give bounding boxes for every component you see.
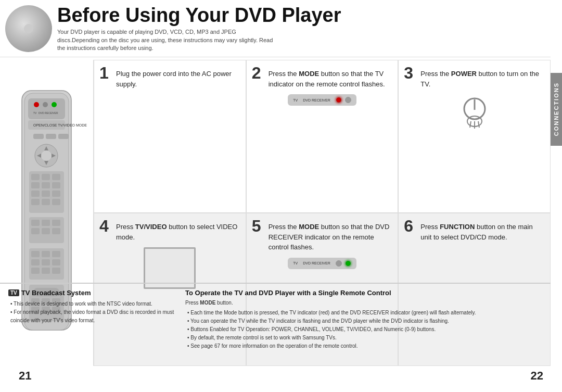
svg-rect-33 — [31, 220, 40, 226]
page-number-left: 21 — [19, 369, 31, 383]
svg-rect-47 — [42, 268, 50, 274]
connections-tab: CONNECTIONS — [551, 73, 562, 146]
svg-rect-42 — [52, 251, 60, 257]
svg-rect-29 — [31, 199, 40, 205]
step-1-text: Plug the power cord into the AC power su… — [116, 69, 238, 89]
press-mode-label: Press MODE button. — [185, 300, 542, 306]
step-5-number: 5 — [252, 218, 261, 234]
tv-broadcast-heading: TV TV Broadcast System — [8, 289, 175, 297]
operate-bullet-1: Each time the Mode button is pressed, th… — [187, 309, 542, 317]
svg-rect-25 — [52, 182, 60, 188]
led-tv-dot — [336, 260, 342, 267]
disc-image — [5, 5, 52, 52]
svg-rect-37 — [42, 228, 50, 234]
svg-rect-45 — [52, 259, 60, 265]
power-button-icon — [456, 94, 493, 131]
led-red-dot — [336, 97, 342, 103]
operate-section: To Operate the TV and DVD Player with a … — [185, 289, 542, 361]
step-2-visual: TV DVD RECEIVER — [254, 94, 391, 106]
svg-rect-12 — [58, 134, 69, 139]
operate-bullet-2: You can operate the TV while the TV indi… — [187, 317, 542, 325]
step-3-visual — [406, 94, 543, 131]
svg-rect-11 — [46, 134, 56, 139]
step-4-text: Press TV/VIDEO button to select VIDEO mo… — [116, 222, 238, 242]
header: Before Using Your DVD Player Your DVD pl… — [0, 0, 551, 57]
svg-rect-31 — [52, 199, 60, 205]
step-3-box: 3 Press the POWER button to turn on the … — [398, 60, 551, 213]
header-text: Before Using Your DVD Player Your DVD pl… — [57, 5, 540, 53]
svg-point-3 — [34, 102, 39, 107]
svg-rect-48 — [52, 268, 60, 274]
svg-rect-28 — [52, 191, 60, 197]
svg-rect-23 — [31, 182, 40, 188]
led-dvd-label-2: DVD RECEIVER — [303, 261, 330, 265]
step-3-text: Press the POWER button to turn on the TV… — [420, 69, 543, 89]
operate-bullet-5: See page 67 for more information on the … — [187, 342, 542, 350]
step-1-number: 1 — [99, 65, 109, 81]
led-tv-label-2: TV — [293, 261, 298, 265]
tv-broadcast-title: TV Broadcast System — [21, 289, 91, 297]
bottom-section: TV TV Broadcast System This device is de… — [0, 283, 551, 366]
tv-badge: TV — [8, 289, 19, 296]
step-2-text: Press the MODE button so that the TV ind… — [269, 69, 391, 89]
step-1-box: 1 Plug the power cord into the AC power … — [94, 60, 246, 213]
svg-rect-40 — [31, 251, 40, 257]
svg-rect-36 — [31, 228, 40, 234]
svg-point-14 — [41, 150, 52, 161]
svg-point-5 — [52, 102, 57, 107]
operate-bullets: Each time the Mode button is pressed, th… — [185, 309, 542, 350]
led-tv-label: TV — [293, 98, 298, 102]
svg-rect-27 — [42, 191, 50, 197]
svg-rect-2 — [28, 98, 65, 119]
operate-bullet-3: Buttons Enabled for TV Operation: POWER,… — [187, 325, 542, 334]
svg-rect-35 — [52, 220, 60, 226]
step-5-text: Press the MODE button so that the DVD RE… — [269, 222, 391, 252]
svg-text:TV: TV — [33, 111, 37, 115]
step-4-number: 4 — [99, 218, 109, 234]
connections-label: CONNECTIONS — [553, 82, 559, 136]
svg-rect-22 — [52, 174, 60, 180]
led-dvd-dot — [345, 260, 351, 267]
svg-rect-41 — [42, 251, 50, 257]
svg-rect-44 — [42, 259, 50, 265]
svg-rect-30 — [42, 199, 50, 205]
tv-broadcast-bullets: This device is designed to work with the… — [8, 300, 175, 325]
operate-heading: To Operate the TV and DVD Player with a … — [185, 289, 542, 297]
svg-rect-43 — [31, 259, 40, 265]
tv-bullet-1: This device is designed to work with the… — [10, 300, 175, 308]
led-green-dot — [345, 97, 351, 103]
step-2-box: 2 Press the MODE button so that the TV i… — [246, 60, 399, 213]
step-6-text: Press FUNCTION button on the main unit t… — [420, 222, 543, 242]
svg-rect-24 — [42, 182, 50, 188]
svg-rect-20 — [31, 174, 40, 180]
page-subtitle: Your DVD player is capable of playing DV… — [57, 28, 276, 52]
led-strip-dvd: TV DVD RECEIVER — [288, 258, 356, 269]
page-number-right: 22 — [531, 369, 543, 383]
svg-rect-10 — [33, 134, 44, 139]
svg-rect-46 — [31, 268, 40, 274]
tv-bullet-2: For normal playback, the video format a … — [10, 308, 175, 325]
svg-line-60 — [470, 121, 471, 128]
step-5-visual: TV DVD RECEIVER — [254, 258, 391, 269]
operate-title: To Operate the TV and DVD Player with a … — [185, 289, 391, 297]
svg-text:DVD RECEIVER: DVD RECEIVER — [39, 111, 58, 115]
svg-line-62 — [478, 121, 479, 128]
svg-rect-34 — [42, 220, 50, 226]
led-dvd-label: DVD RECEIVER — [303, 98, 330, 102]
svg-rect-38 — [52, 228, 60, 234]
tv-broadcast-section: TV TV Broadcast System This device is de… — [8, 289, 175, 361]
led-strip-tv: TV DVD RECEIVER — [288, 94, 356, 106]
step-2-number: 2 — [252, 65, 261, 81]
step-6-number: 6 — [404, 218, 413, 234]
page-title: Before Using Your DVD Player — [57, 5, 540, 27]
operate-bullet-4: By default, the remote control is set to… — [187, 334, 542, 342]
svg-rect-26 — [31, 191, 40, 197]
step-3-number: 3 — [404, 65, 413, 81]
svg-point-4 — [43, 102, 48, 107]
svg-rect-21 — [42, 174, 50, 180]
svg-text:OPEN/CLOSE  TV/VIDEO  MODE: OPEN/CLOSE TV/VIDEO MODE — [33, 123, 87, 127]
